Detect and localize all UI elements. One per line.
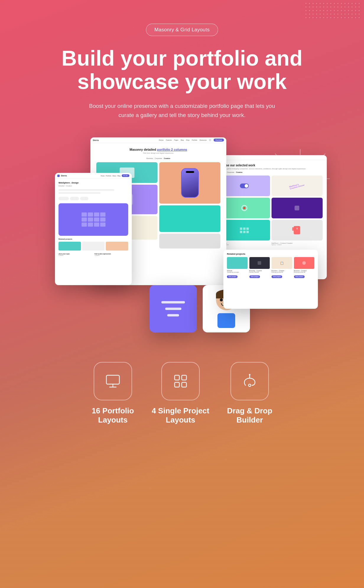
portfolio-thumb-5	[159, 205, 220, 232]
card-left-logo: Sierra	[61, 175, 67, 177]
card-purple-logo	[150, 285, 197, 332]
svg-rect-5	[106, 375, 119, 384]
feature-icon-box-drag	[230, 362, 269, 400]
feature-portfolio-layouts: 16 PortfolioLayouts	[92, 362, 134, 425]
feature-icon-box-portfolio	[94, 362, 132, 400]
browse-item-6: 3	[272, 220, 323, 241]
svg-rect-9	[182, 375, 186, 380]
card-left-meta: Detailed · Creative	[58, 185, 128, 187]
related-title: Related projects	[223, 250, 318, 257]
card-right-subtitle: The go-to game-changing companies, acros…	[219, 168, 323, 170]
grid-icon	[172, 373, 189, 389]
feature-icon-box-project	[161, 362, 200, 400]
svg-point-13	[249, 374, 251, 376]
feature-single-project: 4 Single ProjectLayouts	[152, 362, 209, 425]
browse-item-3	[219, 198, 270, 218]
browse-item-1	[219, 176, 270, 196]
feature-label-project: 4 Single ProjectLayouts	[152, 406, 209, 425]
card-main-subtitle: Get your design and digital experience	[96, 152, 220, 154]
related-projects-label: Related projects	[58, 238, 128, 240]
card-related-projects: Related projects Website Visualizing con…	[223, 250, 318, 309]
feature-label-portfolio: 16 PortfolioLayouts	[92, 406, 134, 425]
card-left-websphere: Sierra Home Portfolio About Blog Hire Me…	[55, 173, 132, 285]
card-right-title: Browse our selected work	[219, 164, 323, 167]
features-section: 16 PortfolioLayouts 4 Single ProjectLayo…	[92, 362, 272, 425]
main-content: Masonry & Grid Layouts Build your portfo…	[12, 24, 352, 425]
svg-rect-8	[175, 375, 179, 380]
card-main-logo: Sierra	[93, 139, 99, 141]
dot-pattern-decoration	[306, 3, 361, 20]
section-badge: Masonry & Grid Layouts	[146, 24, 218, 36]
main-heading: Build your portfolio and showcase your w…	[61, 47, 303, 93]
monitor-icon	[105, 373, 121, 389]
page-wrapper: Masonry & Grid Layouts Build your portfo…	[0, 0, 364, 588]
svg-rect-10	[175, 382, 179, 387]
browse-item-5	[219, 220, 270, 241]
sub-text: Boost your online presence with a custom…	[87, 102, 277, 120]
feature-label-drag: Drag & DropBuilder	[227, 406, 272, 425]
paint-icon	[241, 373, 258, 389]
card-left-title: WebSphere - Design	[58, 182, 128, 184]
browse-item-2: Matthew'sCreative Dinner	[272, 176, 323, 196]
screenshots-area: Sierra Demos Features Pages Blog Shop Po…	[55, 137, 309, 338]
portfolio-thumb-4	[159, 162, 220, 204]
feature-drag-drop: Drag & DropBuilder	[227, 362, 272, 425]
card-main-title: Masonry detailed portfolio 2 columns	[96, 148, 220, 151]
svg-point-12	[248, 384, 251, 386]
svg-rect-11	[182, 382, 186, 387]
portfolio-thumb-6	[159, 234, 220, 248]
browse-item-4	[272, 198, 323, 218]
